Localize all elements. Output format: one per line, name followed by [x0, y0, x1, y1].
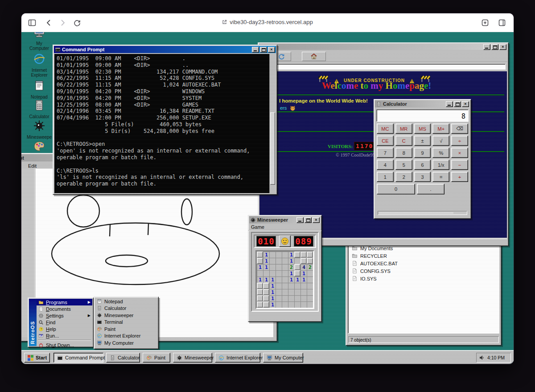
extensions-icon[interactable]: [481, 18, 490, 27]
start-menu-item-documents[interactable]: Documents: [37, 305, 92, 312]
submenu-item-notepad[interactable]: Notepad: [95, 298, 157, 305]
mines-menu-game[interactable]: Game: [251, 224, 264, 230]
mine-cell-5-3[interactable]: [276, 283, 282, 289]
mine-cell-2-6[interactable]: [294, 264, 300, 270]
mine-cell-2-8[interactable]: 2: [307, 264, 313, 270]
mine-cell-8-5[interactable]: [288, 301, 294, 308]
mine-cell-3-4[interactable]: [282, 270, 288, 276]
mine-cell-7-4[interactable]: [282, 295, 288, 301]
desktop-icon-calculator[interactable]: Calculator: [27, 99, 52, 119]
desktop-icon-internet-explorer[interactable]: eInternet Explorer: [27, 53, 52, 78]
start-menu-item-find[interactable]: Find: [37, 319, 92, 326]
mine-cell-8-2[interactable]: 1: [269, 301, 276, 308]
mine-cell-5-5[interactable]: [288, 283, 294, 289]
mine-cell-7-2[interactable]: 1: [269, 295, 276, 301]
mine-cell-4-4[interactable]: [282, 276, 288, 283]
file-row-autoexec-bat[interactable]: AUTOEXEC.BAT: [348, 260, 499, 267]
mine-cell-3-6[interactable]: [294, 270, 300, 276]
mine-cell-7-3[interactable]: [276, 295, 282, 301]
tabs-panel-icon[interactable]: [498, 18, 506, 27]
calc-titlebar[interactable]: Calculator ×: [375, 100, 470, 107]
taskbar-button-internet-explorer[interactable]: eInternet Explorer: [215, 353, 260, 363]
submenu-item-minesweeper[interactable]: Minesweeper: [95, 312, 157, 319]
mine-cell-4-3[interactable]: [276, 276, 282, 283]
mine-cell-1-1[interactable]: 1: [263, 258, 269, 264]
mines-close-button[interactable]: ×: [313, 217, 320, 223]
taskbar-button-paint[interactable]: Paint: [143, 353, 170, 363]
ie-titlebar[interactable]: ×: [259, 44, 507, 50]
cmd-body[interactable]: 01/01/1995 09:00 AM <DIR> .01/01/1995 09…: [54, 54, 276, 193]
calc-key-1/x[interactable]: 1/x: [432, 160, 449, 170]
calc-minimize-button[interactable]: [446, 101, 453, 107]
mine-cell-5-8[interactable]: [307, 283, 313, 289]
ie-address-bar[interactable]: [261, 64, 506, 70]
ie-maximize-button[interactable]: [491, 44, 498, 50]
taskbar-button-calculator[interactable]: Calculator: [106, 353, 140, 363]
mine-cell-4-7[interactable]: 1: [300, 276, 307, 283]
mine-cell-6-3[interactable]: [276, 289, 282, 295]
mine-cell-5-4[interactable]: [282, 283, 288, 289]
speaker-icon[interactable]: [479, 355, 485, 360]
mine-cell-8-4[interactable]: [282, 301, 288, 308]
mine-cell-4-6[interactable]: 1: [294, 276, 300, 283]
ie-close-button[interactable]: ×: [499, 44, 506, 50]
mine-cell-7-0[interactable]: [257, 295, 263, 301]
mine-cell-0-2[interactable]: [269, 252, 276, 258]
mine-cell-1-3[interactable]: [276, 258, 282, 264]
mine-cell-4-5[interactable]: 1: [288, 276, 294, 283]
start-menu-item-settings[interactable]: Settings▶: [37, 312, 92, 319]
mine-cell-0-7[interactable]: [300, 252, 307, 258]
mine-cell-6-8[interactable]: [307, 289, 313, 295]
mine-cell-8-8[interactable]: [307, 301, 313, 308]
start-menu-item-shutdown[interactable]: Shut Down...: [37, 342, 92, 348]
mine-cell-0-6[interactable]: [294, 252, 300, 258]
mine-cell-6-7[interactable]: [300, 289, 307, 295]
mine-cell-0-0[interactable]: [257, 252, 263, 258]
mine-cell-5-1[interactable]: [263, 283, 269, 289]
submenu-item-internet-explorer[interactable]: eInternet Explorer: [95, 333, 157, 340]
mine-cell-2-1[interactable]: 1: [263, 264, 269, 270]
cmd-scrollbar[interactable]: [269, 54, 276, 193]
mine-cell-7-6[interactable]: [294, 295, 300, 301]
mine-cell-2-7[interactable]: 4: [300, 264, 307, 270]
mine-cell-2-0[interactable]: 1: [257, 264, 263, 270]
mine-cell-3-1[interactable]: [263, 270, 269, 276]
calc-key-−[interactable]: −: [451, 160, 468, 170]
calc-key-5[interactable]: 5: [395, 160, 412, 170]
start-menu-item-help[interactable]: ?Help: [37, 326, 92, 332]
cmd-close-button[interactable]: ×: [268, 47, 275, 53]
mine-cell-4-0[interactable]: 1: [257, 276, 263, 283]
mine-cell-1-2[interactable]: [269, 258, 276, 264]
calc-key-6[interactable]: 6: [414, 160, 431, 170]
smiley-face-button[interactable]: [279, 235, 291, 247]
calc-key-decimal[interactable]: .: [417, 184, 444, 194]
calc-key-8[interactable]: 8: [395, 148, 412, 158]
ie-minimize-button[interactable]: [483, 44, 490, 50]
calc-key-1[interactable]: 1: [377, 172, 394, 182]
calc-maximize-button[interactable]: [454, 101, 461, 107]
home-button[interactable]: [302, 52, 326, 61]
desktop-icon-notepad[interactable]: Notepad: [27, 79, 52, 99]
calc-key-MC[interactable]: MC: [377, 124, 394, 134]
mine-cell-1-7[interactable]: [300, 258, 307, 264]
calc-key-3[interactable]: 3: [414, 172, 431, 182]
mine-cell-1-4[interactable]: [282, 258, 288, 264]
mine-cell-1-8[interactable]: [307, 258, 313, 264]
mine-cell-8-6[interactable]: [294, 301, 300, 308]
mine-cell-5-6[interactable]: [294, 283, 300, 289]
mine-cell-3-0[interactable]: [257, 270, 263, 276]
calc-close-button[interactable]: ×: [462, 101, 469, 107]
mine-cell-6-6[interactable]: [294, 289, 300, 295]
calc-key-0[interactable]: 0: [377, 184, 415, 194]
mine-cell-8-3[interactable]: [276, 301, 282, 308]
mine-cell-7-5[interactable]: [288, 295, 294, 301]
mine-cell-7-1[interactable]: [263, 295, 269, 301]
mine-cell-8-0[interactable]: [257, 301, 263, 308]
calc-key-MS[interactable]: MS: [414, 124, 431, 134]
mine-cell-3-7[interactable]: 1: [300, 270, 307, 276]
start-menu-item-run[interactable]: Run...: [37, 332, 92, 339]
file-row-io-sys[interactable]: IO.SYS: [348, 275, 499, 282]
submenu-item-calculator[interactable]: Calculator: [95, 305, 157, 312]
calc-key-9[interactable]: 9: [414, 148, 431, 158]
mine-cell-0-3[interactable]: [276, 252, 282, 258]
